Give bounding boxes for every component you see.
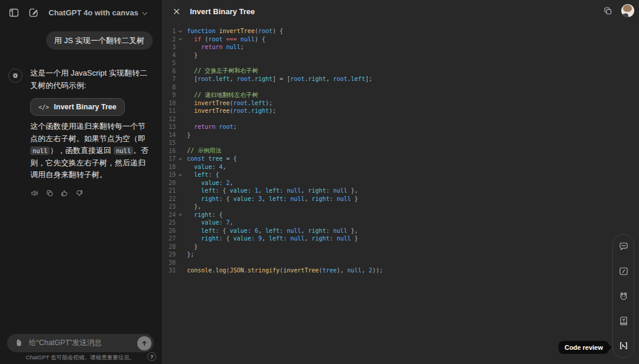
user-message-bubble: 用 JS 实现一个翻转二叉树 (46, 31, 153, 50)
line-number: 20 (162, 180, 176, 186)
assistant-intro: 这是一个用 JavaScript 实现翻转二叉树的代码示例: (30, 67, 153, 92)
code-line[interactable]: 5 (162, 59, 604, 67)
line-number: 25 (162, 219, 176, 226)
model-selector[interactable]: ChatGPT 4o with canvas (49, 8, 146, 17)
fold-toggle[interactable] (176, 158, 184, 160)
line-number: 11 (162, 108, 176, 114)
code-line[interactable]: 30 (162, 259, 604, 267)
code-line[interactable]: 9 // 递归地翻转左右子树 (162, 91, 604, 99)
message-composer[interactable]: 给“ChatGPT”发送消息 (7, 334, 154, 352)
thumbs-down-button[interactable] (75, 188, 84, 198)
code-review-tooltip: Code review (559, 341, 609, 354)
close-canvas-button[interactable] (171, 6, 182, 17)
code-line[interactable]: 31console.log(JSON.stringify(invertTree(… (162, 266, 604, 275)
fold-toggle[interactable] (176, 213, 184, 216)
fold-toggle[interactable] (176, 30, 184, 32)
code-editor[interactable]: 1function invertTree(root) {2 if (root =… (162, 27, 604, 275)
code-text: function invertTree(root) { (187, 28, 283, 34)
code-line[interactable]: 10 invertTree(root.left); (162, 99, 604, 108)
send-button[interactable] (137, 336, 151, 350)
code-line[interactable]: 1function invertTree(root) { (162, 27, 604, 35)
user-avatar[interactable] (621, 4, 634, 17)
code-line[interactable]: 19 left: { (162, 171, 604, 179)
code-line[interactable]: 22 right: { value: 3, left: null, right:… (162, 195, 604, 203)
fix-bugs-button[interactable] (617, 290, 630, 303)
code-text: right: { value: 3, left: null, right: nu… (187, 196, 358, 202)
code-text: right: { (187, 212, 222, 218)
code-line[interactable]: 26 left: { value: 6, left: null, right: … (162, 227, 604, 235)
message-actions (30, 188, 153, 198)
chat-panel: ChatGPT 4o with canvas 用 JS 实现一个翻转二叉树 (0, 0, 162, 364)
code-line[interactable]: 8 (162, 83, 604, 92)
code-line[interactable]: 4 } (162, 51, 604, 60)
attach-button[interactable] (13, 337, 25, 349)
code-text: left: { value: 1, left: null, right: nul… (187, 187, 358, 194)
code-line[interactable]: 17const tree = { (162, 155, 604, 163)
chevron-down-icon (142, 10, 147, 15)
chevron-down-icon (179, 213, 182, 216)
code-text: value: 4, (187, 164, 226, 170)
fix-bugs-icon (618, 291, 629, 301)
close-icon (172, 7, 181, 16)
code-line[interactable]: 25 value: 7, (162, 219, 604, 227)
code-line[interactable]: 11 invertTree(root.right); (162, 107, 604, 115)
line-number: 19 (162, 171, 176, 178)
code-line[interactable]: 7 [root.left, root.right] = [root.right,… (162, 75, 604, 83)
read-aloud-button[interactable] (30, 188, 40, 198)
code-line[interactable]: 27 right: { value: 9, left: null, right:… (162, 235, 604, 243)
line-number: 8 (162, 84, 176, 90)
line-number: 29 (162, 251, 176, 258)
sidebar-toggle-button[interactable] (7, 6, 21, 20)
fold-toggle[interactable] (176, 38, 184, 40)
code-line[interactable]: 29}; (162, 251, 604, 259)
code-icon: </> (38, 104, 49, 110)
fold-toggle[interactable] (176, 174, 184, 176)
code-line[interactable]: 24 right: { (162, 211, 604, 219)
code-text: left: { (187, 171, 219, 178)
code-text: return root; (187, 124, 237, 130)
code-text: invertTree(root.left); (187, 100, 273, 106)
code-line[interactable]: 28 } (162, 243, 604, 251)
canvas-title: Invert Binary Tree (190, 7, 255, 16)
canvas-panel: Invert Binary Tree 1function invertTree(… (162, 0, 639, 364)
code-line[interactable]: 20 value: 2, (162, 179, 604, 187)
openai-logo-icon (11, 72, 20, 80)
app-window: ChatGPT 4o with canvas 用 JS 实现一个翻转二叉树 (0, 0, 639, 364)
chat-header: ChatGPT 4o with canvas (0, 0, 161, 23)
code-line[interactable]: 21 left: { value: 1, left: null, right: … (162, 187, 604, 195)
code-line[interactable]: 2 if (root === null) { (162, 35, 604, 44)
line-number: 31 (162, 267, 176, 274)
code-text: }, (187, 203, 201, 210)
composer-placeholder[interactable]: 给“ChatGPT”发送消息 (29, 338, 137, 348)
line-number: 23 (162, 203, 176, 210)
line-number: 27 (162, 235, 176, 242)
line-number: 14 (162, 132, 176, 138)
read-aloud-icon (31, 189, 39, 197)
port-language-button[interactable] (617, 314, 630, 327)
copy-canvas-button[interactable] (602, 5, 614, 17)
add-comments-button[interactable] (617, 240, 630, 253)
code-line[interactable]: 16// 示例用法 (162, 147, 604, 155)
thumbs-up-icon (60, 189, 69, 197)
code-line[interactable]: 6 // 交换左子树和右子树 (162, 67, 604, 76)
code-text: value: 7, (187, 219, 233, 226)
new-chat-button[interactable] (27, 6, 40, 20)
help-button[interactable]: ? (147, 352, 156, 361)
code-line[interactable]: 13 return root; (162, 123, 604, 131)
code-line[interactable]: 3 return null; (162, 43, 604, 51)
canvas-header: Invert Binary Tree (162, 0, 639, 21)
code-text: invertTree(root.right); (187, 108, 276, 114)
copy-message-button[interactable] (45, 188, 54, 198)
line-number: 7 (162, 76, 176, 82)
code-line[interactable]: 12 (162, 115, 604, 124)
thumbs-up-button[interactable] (60, 188, 69, 198)
code-line[interactable]: 23 }, (162, 203, 604, 211)
add-logs-button[interactable] (617, 265, 630, 278)
code-line[interactable]: 14} (162, 131, 604, 139)
code-text: if (root === null) { (187, 36, 266, 43)
code-line[interactable]: 15 (162, 139, 604, 147)
canvas-card-button[interactable]: </> Invert Binary Tree (30, 98, 125, 116)
code-line[interactable]: 18 value: 4, (162, 163, 604, 171)
code-review-icon (618, 340, 629, 351)
code-review-button[interactable] (617, 339, 630, 352)
